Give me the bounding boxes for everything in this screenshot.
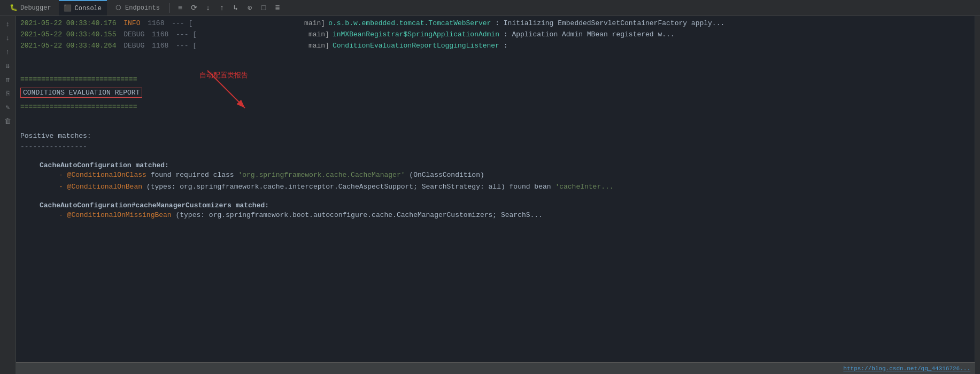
- tab-debugger-label: Debugger: [20, 4, 51, 12]
- log-pid-2: 1168: [152, 29, 168, 41]
- cache-item-2: - @ConditionalOnBean (types: org.springf…: [59, 181, 970, 193]
- positive-matches-header: Positive matches:: [20, 130, 970, 142]
- blank-space-5: [20, 193, 970, 201]
- cache-item-1-text: found required class: [151, 171, 238, 179]
- log-pid-1: 1168: [148, 18, 164, 29]
- toolbar-btn-filter[interactable]: ↳: [230, 2, 242, 14]
- cache-manager-name: CacheAutoConfiguration#cacheManagerCusto…: [40, 201, 970, 209]
- cache-manager-items: - @ConditionalOnMissingBean (types: org.…: [59, 209, 970, 221]
- toolbar-btn-clear[interactable]: □: [258, 2, 269, 14]
- sidebar-btn-scroll-all[interactable]: ↕: [2, 18, 14, 30]
- tab-console[interactable]: ⬛ Console: [59, 0, 107, 15]
- cache-auto-config-block: CacheAutoConfiguration matched: - @Condi…: [40, 161, 970, 193]
- console-area: 2021-05-22 00:33:40.176 INFO 1168 --- [ …: [16, 16, 975, 374]
- log-pid-3: 1168: [152, 41, 168, 52]
- conditional-on-missing-bean-annotation: - @ConditionalOnMissingBean: [59, 211, 172, 219]
- cache-item-1: - @ConditionalOnClass found required cla…: [59, 169, 970, 181]
- log-message-3: :: [499, 41, 508, 52]
- sidebar-btn-delete[interactable]: 🗑: [2, 115, 14, 127]
- console-content[interactable]: 2021-05-22 00:33:40.176 INFO 1168 --- [ …: [16, 16, 975, 362]
- log-line-1: 2021-05-22 00:33:40.176 INFO 1168 --- [ …: [20, 18, 970, 29]
- log-sep-1: --- [: [167, 18, 192, 29]
- toolbar-btn-up[interactable]: ↑: [216, 2, 228, 14]
- bean-name: 'cacheInter...: [555, 183, 613, 191]
- toolbar-btn-settings[interactable]: ≣: [272, 2, 283, 14]
- tab-endpoints-label: Endpoints: [125, 4, 160, 12]
- log-sep-3: --- [: [172, 41, 197, 52]
- log-line-3: 2021-05-22 00:33:40.264 DEBUG 1168 --- […: [20, 41, 970, 52]
- log-timestamp-1: 2021-05-22 00:33:40.176: [20, 18, 116, 29]
- sidebar-btn-step-over[interactable]: ⇊: [2, 60, 14, 72]
- log-level-3: DEBUG: [119, 41, 149, 52]
- report-header: CONDITIONS EVALUATION REPORT: [20, 88, 142, 98]
- top-toolbar: 🐛 Debugger ⬛ Console ⬡ Endpoints ≡ ⟳ ↓ ↑…: [0, 0, 980, 16]
- tab-endpoints[interactable]: ⬡ Endpoints: [109, 0, 165, 15]
- log-line-2: 2021-05-22 00:33:40.155 DEBUG 1168 --- […: [20, 29, 970, 41]
- status-bar: https://blog.csdn.net/qq_44316726...: [16, 362, 975, 374]
- tab-console-label: Console: [75, 5, 102, 12]
- toolbar-btn-refresh[interactable]: ⟳: [188, 2, 200, 14]
- sidebar-btn-edit[interactable]: ✎: [2, 102, 14, 113]
- scrollbar-right[interactable]: [975, 16, 980, 374]
- cache-item-2-text: (types: org.springframework.cache.interc…: [146, 183, 555, 191]
- log-message-2: : Application Admin MBean registered w..…: [499, 29, 675, 41]
- log-timestamp-2: 2021-05-22 00:33:40.155: [20, 29, 116, 41]
- log-class-3: ConditionEvaluationReportLoggingListener: [333, 41, 499, 52]
- cache-manager-item-1-text: (types: org.springframework.boot.autocon…: [175, 211, 543, 219]
- cache-item-1-suffix: (OnClassCondition): [409, 171, 484, 179]
- log-level-2: DEBUG: [119, 29, 149, 41]
- log-class-1: o.s.b.w.embedded.tomcat.TomcatWebServer: [328, 18, 491, 29]
- toolbar-separator: [169, 3, 170, 13]
- cache-auto-config-name: CacheAutoConfiguration matched:: [40, 161, 970, 169]
- log-timestamp-3: 2021-05-22 00:33:40.264: [20, 41, 116, 52]
- log-message-1: : Initializing EmbeddedServletContainerF…: [491, 18, 724, 29]
- report-header-container: CONDITIONS EVALUATION REPORT 自动配置类报告: [20, 87, 142, 99]
- left-sidebar: ↕ ↓ ↑ ⇊ ⇈ ⎘ ✎ 🗑: [0, 16, 16, 374]
- log-thread-2: main]: [200, 29, 329, 41]
- endpoints-icon: ⬡: [114, 4, 122, 12]
- sidebar-btn-scroll-down[interactable]: ↓: [2, 32, 14, 44]
- log-thread-1: main]: [196, 18, 325, 29]
- bug-icon: 🐛: [10, 4, 17, 12]
- cache-manager-item-1: - @ConditionalOnMissingBean (types: org.…: [59, 209, 970, 221]
- separator-bottom: ============================: [20, 100, 970, 114]
- sidebar-btn-copy[interactable]: ⎘: [2, 88, 14, 99]
- log-class-2: inMXBeanRegistrar$SpringApplicationAdmin: [333, 29, 499, 41]
- cache-manager-class: 'org.springframework.cache.CacheManager': [238, 171, 405, 179]
- tab-debugger[interactable]: 🐛 Debugger: [4, 0, 57, 15]
- blank-space-3: [20, 114, 970, 130]
- sidebar-btn-step-back[interactable]: ⇈: [2, 74, 14, 85]
- console-icon: ⬛: [64, 5, 72, 12]
- dashes-line: ----------------: [20, 143, 970, 151]
- main-layout: ↕ ↓ ↑ ⇊ ⇈ ⎘ ✎ 🗑 2021-05-22 00:33:40.176 …: [0, 16, 980, 374]
- toolbar-btn-wrap[interactable]: ⊙: [244, 2, 256, 14]
- log-sep-2: --- [: [172, 29, 197, 41]
- cache-auto-config-items: - @ConditionalOnClass found required cla…: [59, 169, 970, 193]
- toolbar-btn-menu[interactable]: ≡: [174, 2, 186, 14]
- log-level-1: INFO: [119, 18, 144, 29]
- toolbar-btn-down[interactable]: ↓: [202, 2, 214, 14]
- log-thread-3: main]: [200, 41, 329, 52]
- blank-space-2: [20, 62, 970, 73]
- blank-space-4: [20, 151, 970, 161]
- sidebar-btn-scroll-up[interactable]: ↑: [2, 46, 14, 58]
- cache-manager-block: CacheAutoConfiguration#cacheManagerCusto…: [40, 201, 970, 221]
- status-url: https://blog.csdn.net/qq_44316726...: [843, 365, 970, 372]
- conditional-on-bean-annotation: - @ConditionalOnBean: [59, 183, 142, 191]
- conditional-on-class-annotation: - @ConditionalOnClass: [59, 171, 146, 179]
- blank-space-1: [20, 51, 970, 62]
- separator-top: ============================: [20, 73, 970, 87]
